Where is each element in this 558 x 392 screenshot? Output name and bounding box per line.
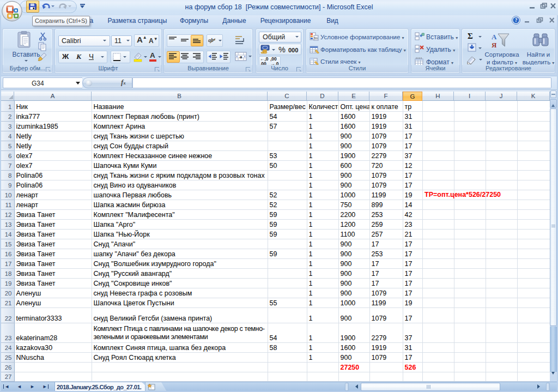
svg-text:Я: Я bbox=[492, 41, 497, 49]
svg-text:a: a bbox=[240, 54, 242, 59]
svg-text:А: А bbox=[492, 33, 497, 41]
svg-text:s≤: s≤ bbox=[314, 36, 318, 40]
svg-text:?: ? bbox=[515, 17, 518, 23]
